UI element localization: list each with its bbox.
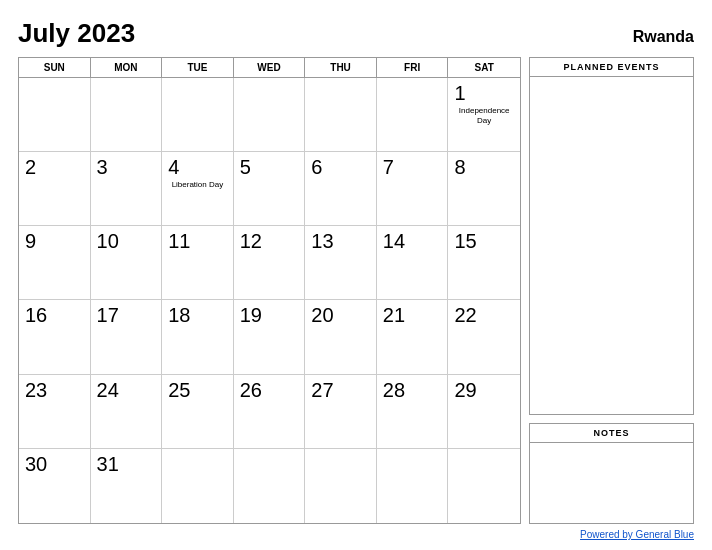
cell-day-number: 4 — [168, 156, 227, 178]
cell-day-number: 7 — [383, 156, 442, 178]
cell-day-number: 25 — [168, 379, 227, 401]
calendar-cell: 13 — [305, 226, 377, 300]
cell-day-number: 9 — [25, 230, 84, 252]
calendar-cell: 12 — [234, 226, 306, 300]
cell-day-number: 26 — [240, 379, 299, 401]
calendar-cell — [305, 449, 377, 523]
day-header: FRI — [377, 58, 449, 77]
calendar-cell: 14 — [377, 226, 449, 300]
cell-day-number: 20 — [311, 304, 370, 326]
calendar-cell: 10 — [91, 226, 163, 300]
day-header: THU — [305, 58, 377, 77]
day-header: SAT — [448, 58, 520, 77]
notes-box: NOTES — [529, 423, 694, 524]
calendar-cell: 19 — [234, 300, 306, 374]
footer: Powered by General Blue — [18, 529, 694, 540]
cell-day-number: 13 — [311, 230, 370, 252]
calendar-cell: 17 — [91, 300, 163, 374]
calendar-cell: 22 — [448, 300, 520, 374]
cell-day-number: 31 — [97, 453, 156, 475]
powered-by-link[interactable]: Powered by General Blue — [580, 529, 694, 540]
cell-day-number: 10 — [97, 230, 156, 252]
planned-events-box: PLANNED EVENTS — [529, 57, 694, 415]
day-header: TUE — [162, 58, 234, 77]
cell-day-number: 30 — [25, 453, 84, 475]
calendar-cell: 25 — [162, 375, 234, 449]
calendar-cell — [162, 78, 234, 152]
calendar-cell: 5 — [234, 152, 306, 226]
main-content: SUNMONTUEWEDTHUFRISAT 1Independence Day2… — [18, 57, 694, 524]
cell-day-number: 3 — [97, 156, 156, 178]
calendar-cell: 30 — [19, 449, 91, 523]
calendar-cell: 4Liberation Day — [162, 152, 234, 226]
calendar-cell: 20 — [305, 300, 377, 374]
cell-event: Independence Day — [454, 106, 514, 125]
cell-day-number: 24 — [97, 379, 156, 401]
calendar-cell: 11 — [162, 226, 234, 300]
sidebar: PLANNED EVENTS NOTES — [529, 57, 694, 524]
cell-day-number: 6 — [311, 156, 370, 178]
cell-day-number: 17 — [97, 304, 156, 326]
calendar-cell: 31 — [91, 449, 163, 523]
cell-day-number: 22 — [454, 304, 514, 326]
calendar-cell: 29 — [448, 375, 520, 449]
page-header: July 2023 Rwanda — [18, 18, 694, 49]
cell-day-number: 12 — [240, 230, 299, 252]
calendar-cell: 27 — [305, 375, 377, 449]
calendar-cell: 3 — [91, 152, 163, 226]
calendar-grid: 1Independence Day234Liberation Day567891… — [19, 78, 520, 523]
day-headers-row: SUNMONTUEWEDTHUFRISAT — [19, 58, 520, 78]
calendar-cell — [162, 449, 234, 523]
calendar-cell: 2 — [19, 152, 91, 226]
calendar-cell: 9 — [19, 226, 91, 300]
country-title: Rwanda — [633, 28, 694, 46]
calendar-cell: 1Independence Day — [448, 78, 520, 152]
calendar-cell: 28 — [377, 375, 449, 449]
calendar-cell — [377, 449, 449, 523]
planned-events-content — [530, 77, 693, 414]
day-header: SUN — [19, 58, 91, 77]
calendar-cell: 6 — [305, 152, 377, 226]
cell-day-number: 19 — [240, 304, 299, 326]
cell-day-number: 8 — [454, 156, 514, 178]
calendar-cell — [91, 78, 163, 152]
cell-day-number: 14 — [383, 230, 442, 252]
day-header: WED — [234, 58, 306, 77]
calendar-cell — [234, 449, 306, 523]
calendar-cell: 21 — [377, 300, 449, 374]
cell-day-number: 15 — [454, 230, 514, 252]
calendar-cell: 23 — [19, 375, 91, 449]
cell-day-number: 28 — [383, 379, 442, 401]
cell-day-number: 5 — [240, 156, 299, 178]
cell-event: Liberation Day — [168, 180, 227, 190]
cell-day-number: 29 — [454, 379, 514, 401]
calendar-cell — [19, 78, 91, 152]
cell-day-number: 23 — [25, 379, 84, 401]
calendar-cell: 15 — [448, 226, 520, 300]
calendar-cell — [377, 78, 449, 152]
cell-day-number: 18 — [168, 304, 227, 326]
planned-events-header: PLANNED EVENTS — [530, 58, 693, 77]
cell-day-number: 27 — [311, 379, 370, 401]
calendar-cell: 16 — [19, 300, 91, 374]
cell-day-number: 16 — [25, 304, 84, 326]
calendar-cell: 8 — [448, 152, 520, 226]
cell-day-number: 21 — [383, 304, 442, 326]
calendar-cell — [234, 78, 306, 152]
day-header: MON — [91, 58, 163, 77]
calendar-cell — [305, 78, 377, 152]
cell-day-number: 11 — [168, 230, 227, 252]
calendar-cell: 7 — [377, 152, 449, 226]
calendar: SUNMONTUEWEDTHUFRISAT 1Independence Day2… — [18, 57, 521, 524]
month-year-title: July 2023 — [18, 18, 135, 49]
cell-day-number: 2 — [25, 156, 84, 178]
cell-day-number: 1 — [454, 82, 514, 104]
notes-header: NOTES — [530, 424, 693, 443]
calendar-cell: 26 — [234, 375, 306, 449]
notes-content — [530, 443, 693, 523]
calendar-cell: 18 — [162, 300, 234, 374]
calendar-cell — [448, 449, 520, 523]
calendar-cell: 24 — [91, 375, 163, 449]
